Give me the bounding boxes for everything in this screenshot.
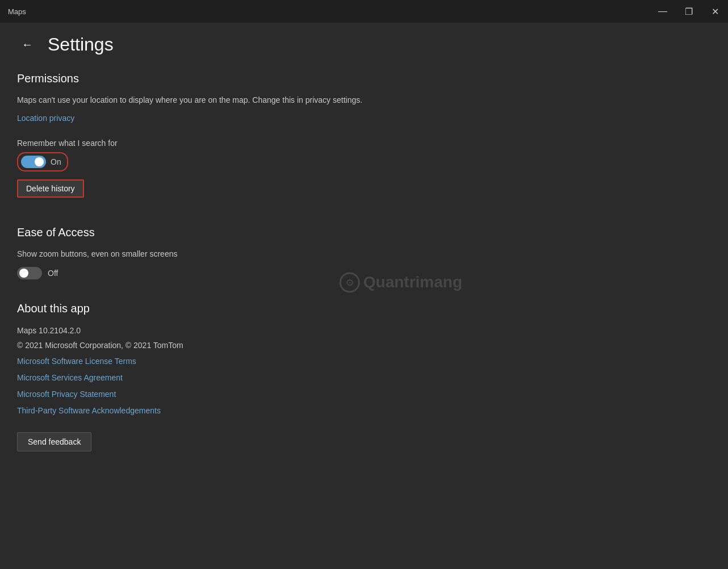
toggle-off-label: Off: [48, 269, 58, 278]
send-feedback-button[interactable]: Send feedback: [17, 432, 91, 451]
permissions-description: Maps can't use your location to display …: [17, 94, 415, 106]
about-heading: About this app: [17, 302, 711, 315]
title-bar: Maps — ❐ ✕: [0, 0, 728, 23]
close-button[interactable]: ✕: [702, 0, 728, 23]
zoom-toggle[interactable]: [17, 267, 42, 279]
permissions-section: Permissions Maps can't use your location…: [17, 72, 711, 203]
window-title: Maps: [8, 7, 26, 16]
app-copyright: © 2021 Microsoft Corporation, © 2021 Tom…: [17, 339, 711, 352]
page-header: ← Settings: [17, 34, 711, 55]
maximize-button[interactable]: ❐: [676, 0, 702, 23]
back-button[interactable]: ←: [17, 36, 37, 53]
remember-label: Remember what I search for: [17, 139, 711, 148]
privacy-statement-link[interactable]: Microsoft Privacy Statement: [17, 387, 711, 401]
minimize-button[interactable]: —: [650, 0, 676, 23]
ease-of-access-section: Ease of Access Show zoom buttons, even o…: [17, 226, 711, 279]
ease-of-access-heading: Ease of Access: [17, 226, 711, 239]
toggle-on-label: On: [51, 157, 61, 166]
remember-toggle[interactable]: [21, 156, 46, 168]
app-window: Maps — ❐ ✕ ← Settings Permissions Maps c…: [0, 0, 728, 569]
license-terms-link[interactable]: Microsoft Software License Terms: [17, 354, 711, 369]
third-party-link[interactable]: Third-Party Software Acknowledgements: [17, 404, 711, 418]
permissions-heading: Permissions: [17, 72, 711, 85]
settings-content: ← Settings Permissions Maps can't use yo…: [0, 23, 728, 569]
delete-history-button[interactable]: Delete history: [17, 179, 84, 198]
zoom-buttons-description: Show zoom buttons, even on smaller scree…: [17, 248, 415, 260]
page-title: Settings: [48, 34, 114, 55]
window-controls: — ❐ ✕: [650, 0, 728, 23]
zoom-toggle-row: Off: [17, 267, 711, 279]
location-privacy-link[interactable]: Location privacy: [17, 114, 74, 123]
services-agreement-link[interactable]: Microsoft Services Agreement: [17, 371, 711, 385]
app-version: Maps 10.2104.2.0: [17, 324, 711, 337]
about-section: About this app Maps 10.2104.2.0 © 2021 M…: [17, 302, 711, 451]
